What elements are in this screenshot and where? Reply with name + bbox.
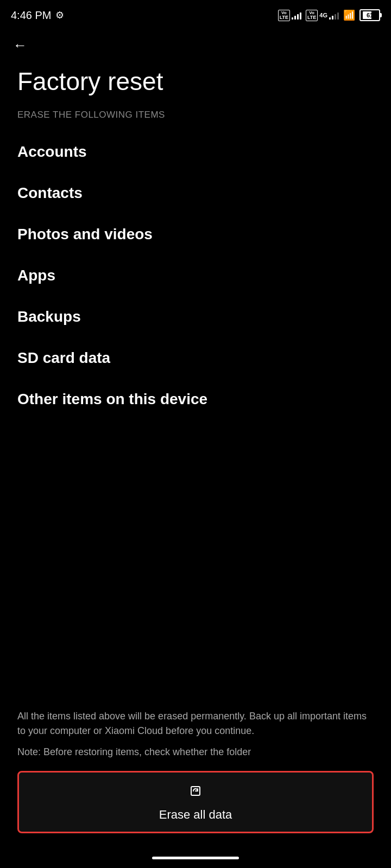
sim1-signal: Vo LTE — [278, 10, 301, 21]
volte2-badge: Vo LTE — [306, 10, 318, 21]
status-bar: 4:46 PM ⚙ Vo LTE Vo LTE 4G — [0, 0, 391, 28]
erase-item-accounts: Accounts — [0, 131, 391, 173]
page-title: Factory reset — [0, 58, 391, 110]
status-icons: Vo LTE Vo LTE 4G 📶 — [278, 9, 380, 21]
bar4 — [300, 12, 301, 20]
bar3 — [297, 14, 299, 20]
erase-item-backups: Backups — [0, 296, 391, 337]
disclaimer-text1: All the items listed above will be erase… — [17, 709, 374, 738]
erase-btn-label: Erase all data — [159, 808, 232, 822]
signal-bars-2 — [329, 11, 339, 20]
signal-bars-1 — [292, 11, 301, 20]
section-label: ERASE THE FOLLOWING ITEMS — [0, 110, 391, 131]
erase-btn-icon — [187, 782, 204, 803]
disclaimer-area: All the items listed above will be erase… — [0, 709, 391, 760]
battery-indicator: 61 — [360, 9, 380, 21]
battery-tip — [380, 13, 382, 17]
bar4 — [337, 12, 339, 20]
erase-item-contacts: Contacts — [0, 173, 391, 214]
wifi-icon: 📶 — [343, 9, 355, 21]
home-indicator — [152, 857, 239, 859]
bar3 — [335, 14, 336, 20]
bar1 — [329, 17, 331, 20]
disclaimer-note: Note: Before restoring items, check whet… — [17, 745, 374, 760]
erase-item-other: Other items on this device — [0, 379, 391, 420]
status-time-area: 4:46 PM ⚙ — [11, 9, 64, 22]
volte1-badge: Vo LTE — [278, 10, 290, 21]
erase-all-data-button[interactable]: Erase all data — [17, 771, 374, 833]
erase-item-sd-card: SD card data — [0, 337, 391, 379]
bar2 — [294, 16, 296, 20]
erase-button-container: Erase all data — [0, 771, 391, 833]
battery-level: 61 — [367, 12, 373, 18]
time-display: 4:46 PM — [11, 9, 51, 22]
4g-label: 4G — [319, 12, 327, 18]
back-button[interactable]: ← — [0, 28, 40, 58]
erase-items-list: Accounts Contacts Photos and videos Apps… — [0, 131, 391, 420]
lte2-text: LTE — [307, 15, 316, 20]
bar2 — [332, 16, 333, 20]
erase-svg-icon — [187, 782, 204, 800]
bar1 — [292, 17, 293, 20]
gear-icon: ⚙ — [55, 9, 64, 21]
sim2-signal: Vo LTE 4G — [306, 10, 339, 21]
erase-item-apps: Apps — [0, 255, 391, 296]
lte-text: LTE — [280, 15, 288, 20]
erase-item-photos-videos: Photos and videos — [0, 214, 391, 255]
